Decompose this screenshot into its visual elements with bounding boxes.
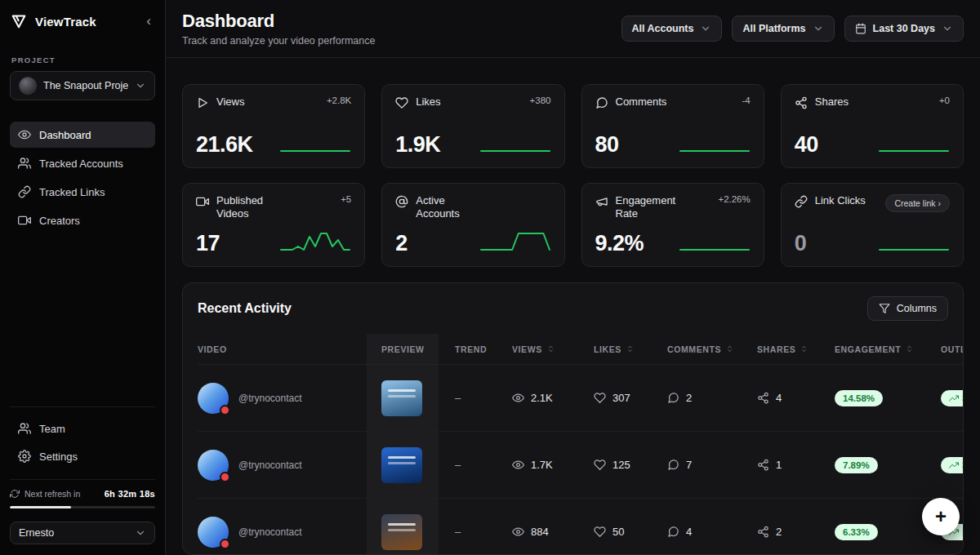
comments-cell: 4 (651, 499, 741, 555)
sort-icon (905, 344, 914, 353)
eye-icon (512, 392, 524, 404)
video-icon (196, 195, 209, 208)
chevron-down-icon (135, 80, 146, 91)
sidebar-item-creators[interactable]: Creators (10, 207, 155, 233)
preview-cell[interactable] (367, 432, 439, 498)
stat-label: Comments (616, 95, 667, 109)
project-avatar (19, 77, 37, 95)
sparkline (279, 229, 351, 255)
table-row[interactable]: @trynocontact–88450426.33%1.5 (198, 499, 964, 555)
stat-delta: +0 (939, 95, 950, 105)
eye-icon (512, 526, 524, 538)
column-header-engagement[interactable]: ENGAGEMENT (818, 334, 924, 364)
sort-icon (546, 344, 555, 353)
add-button[interactable]: + (922, 498, 960, 535)
column-header-likes[interactable]: LIKES (577, 334, 651, 364)
shares-cell: 4 (741, 365, 818, 431)
recent-activity-title: Recent Activity (198, 301, 292, 316)
chevron-down-icon (813, 23, 824, 34)
stat-label: Engagement Rate (616, 194, 684, 221)
user-name: Ernesto (19, 527, 128, 539)
columns-button-label: Columns (897, 303, 937, 314)
page-title: Dashboard (182, 11, 612, 32)
preview-cell[interactable] (367, 365, 439, 431)
shares-cell: 2 (741, 499, 818, 555)
engagement-cell: 14.58% (818, 365, 924, 431)
column-header-views[interactable]: VIEWS (496, 334, 577, 364)
sidebar-item-tracked-accounts[interactable]: Tracked Accounts (10, 150, 155, 176)
heart-icon (594, 526, 606, 538)
column-header-comments[interactable]: COMMENTS (651, 334, 741, 364)
chevron-down-icon (700, 23, 711, 34)
video-icon (18, 214, 31, 227)
stat-delta: +5 (341, 194, 351, 204)
header-filters: All AccountsAll PlatformsLast 30 Days (621, 16, 964, 42)
video-cell: @trynocontact (198, 365, 367, 431)
engagement-badge: 6.33% (835, 524, 878, 540)
trend-cell: – (439, 432, 496, 498)
sidebar-item-settings[interactable]: Settings (10, 443, 155, 469)
stat-delta: +2.26% (718, 194, 750, 204)
outlier-badge: 3.4 (941, 390, 964, 406)
sidebar-item-label: Settings (39, 451, 78, 463)
all-platforms-filter[interactable]: All Platforms (732, 16, 834, 42)
sparkline (479, 229, 551, 255)
engagement-cell: 7.89% (818, 432, 924, 498)
play-icon (196, 96, 209, 109)
stat-value: 2 (395, 233, 408, 255)
video-cell: @trynocontact (198, 432, 367, 498)
sidebar-item-team[interactable]: Team (10, 415, 155, 442)
refresh-progress-fill (10, 506, 71, 508)
stat-value: 21.6K (196, 134, 253, 156)
stat-label: Views (216, 95, 244, 109)
page-header: Dashboard Track and analyze your video p… (166, 0, 980, 58)
calendar-icon (855, 23, 866, 34)
user-selector[interactable]: Ernesto (10, 522, 155, 544)
preview-cell[interactable] (367, 499, 439, 555)
project-selector[interactable]: The Snapout Project (10, 71, 155, 100)
stat-card-published-videos: Published Videos+517 (182, 183, 365, 267)
app-root: ViewTrack ‹ PROJECT The Snapout Project … (0, 0, 980, 555)
table-row[interactable]: @trynocontact–2.1K3072414.58%3.4 (198, 365, 964, 432)
sort-icon (800, 344, 808, 353)
share-icon (795, 96, 808, 109)
sidebar-item-dashboard[interactable]: Dashboard (10, 122, 155, 148)
table-row[interactable]: @trynocontact–1.7K125717.89%3.0 (198, 432, 964, 499)
stat-card-comments: Comments-480 (581, 84, 764, 168)
sparkline (679, 229, 751, 255)
all-accounts-filter[interactable]: All Accounts (621, 16, 723, 42)
last-30-days-filter[interactable]: Last 30 Days (844, 16, 964, 42)
video-thumbnail (381, 514, 422, 550)
engagement-cell: 6.33% (818, 499, 924, 555)
comment-icon (667, 526, 679, 538)
columns-button[interactable]: Columns (867, 296, 948, 321)
stat-value: 80 (595, 134, 619, 156)
platform-badge-icon (220, 539, 230, 549)
sort-icon (626, 344, 635, 353)
engagement-badge: 7.89% (835, 457, 878, 473)
sidebar-nav: DashboardTracked AccountsTracked LinksCr… (10, 122, 155, 233)
column-header-outlier[interactable]: OUTLIER (924, 334, 964, 364)
main-area: Dashboard Track and analyze your video p… (166, 0, 980, 555)
sidebar-item-tracked-links[interactable]: Tracked Links (10, 179, 155, 205)
at-icon (395, 195, 408, 208)
filter-icon (879, 303, 890, 314)
sparkline (479, 130, 551, 156)
sidebar-item-label: Tracked Links (39, 186, 105, 198)
brand-name: ViewTrack (35, 15, 135, 29)
create-link-button[interactable]: Create link › (885, 194, 950, 212)
share-icon (757, 526, 769, 538)
heart-icon (594, 392, 606, 404)
stat-card-views: Views+2.8K21.6K (182, 84, 365, 168)
column-header-shares[interactable]: SHARES (741, 334, 818, 364)
sidebar-collapse-button[interactable]: ‹ (142, 13, 155, 29)
trend-up-icon (949, 460, 959, 470)
filter-label: All Accounts (632, 23, 694, 34)
gear-icon (18, 450, 31, 463)
account-handle: @trynocontact (238, 460, 302, 471)
likes-cell: 307 (577, 365, 651, 431)
account-avatar (198, 450, 229, 481)
trend-cell: – (439, 499, 496, 555)
share-icon (757, 392, 769, 404)
sidebar-item-label: Creators (39, 215, 80, 227)
